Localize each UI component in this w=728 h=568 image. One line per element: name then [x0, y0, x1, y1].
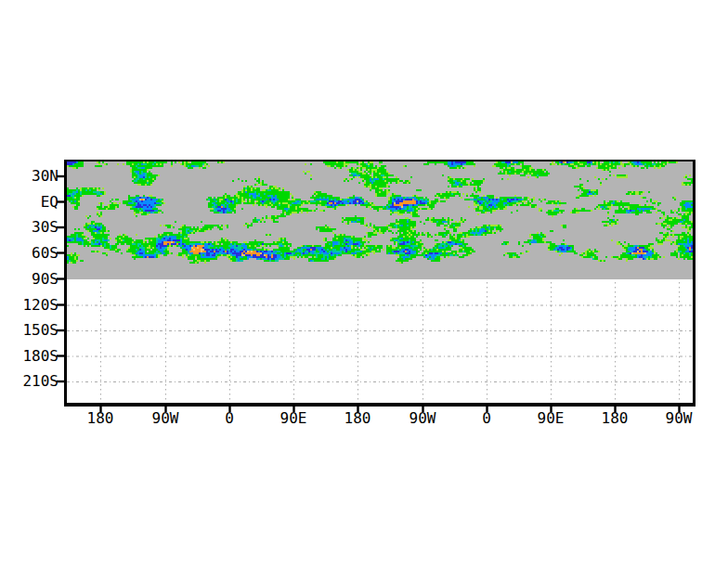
x-tick-label: 90E: [261, 410, 326, 427]
x-tick-label: 180: [582, 410, 647, 427]
x-tick-label: 90W: [390, 410, 455, 427]
shaded-data-field: [67, 161, 693, 279]
x-tick-label: 180: [325, 410, 390, 427]
x-tick-label: 90W: [646, 410, 711, 427]
y-tick-label: 210S: [0, 373, 58, 390]
y-tick-label: 150S: [0, 322, 58, 339]
y-tick-label: 90S: [0, 271, 58, 288]
y-tick-label: 30N: [0, 168, 58, 185]
y-tick-label: EQ: [0, 194, 58, 211]
y-tick-label: 30S: [0, 219, 58, 236]
y-tick-label: 180S: [0, 348, 58, 365]
y-tick-label: 60S: [0, 245, 58, 262]
x-tick-label: 180: [68, 410, 133, 427]
x-tick-label: 90W: [133, 410, 198, 427]
x-tick-label: 0: [454, 410, 519, 427]
figure-canvas: { "chart_data": { "type": "heatmap", "ti…: [0, 0, 728, 568]
x-tick-label: 0: [197, 410, 262, 427]
x-tick-label: 90E: [518, 410, 583, 427]
y-tick-label: 120S: [0, 297, 58, 314]
